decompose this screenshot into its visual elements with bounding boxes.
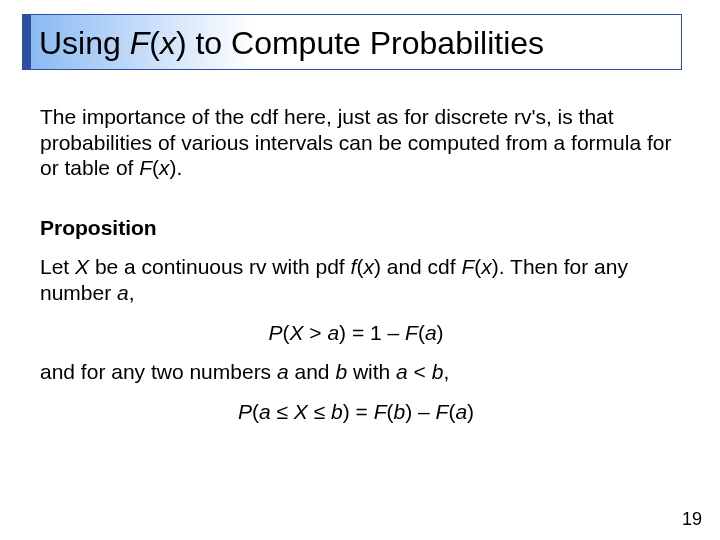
eq2-a2: a: [455, 400, 467, 423]
title-lparen: (: [149, 25, 160, 61]
p2-x1: x: [363, 255, 374, 278]
equation-2: P(a ≤ X ≤ b) = F(b) – F(a): [40, 399, 672, 425]
paragraph-and: and for any two numbers a and b with a <…: [40, 359, 672, 385]
slide-title: Using F(x) to Compute Probabilities: [39, 21, 673, 65]
eq2-b2: b: [394, 400, 406, 423]
eq2-F2: F: [436, 400, 449, 423]
p3-comma: ,: [443, 360, 449, 383]
p1-x: x: [159, 156, 170, 179]
eq2-lp: (: [252, 400, 259, 423]
p3-a: and for any two numbers: [40, 360, 277, 383]
p3-c: with: [347, 360, 396, 383]
eq2-rp: ) =: [343, 400, 374, 423]
p1-lp: (: [152, 156, 159, 179]
p2-b: be a continuous rv with pdf: [89, 255, 351, 278]
p1-rp: ).: [170, 156, 183, 179]
p2-comma: ,: [129, 281, 135, 304]
p3-lt: <: [408, 360, 432, 383]
slide-body: The importance of the cdf here, just as …: [40, 104, 672, 438]
title-text-2: to Compute Probabilities: [187, 25, 545, 61]
eq2-rp3: ): [467, 400, 474, 423]
eq2-rp2: ) –: [405, 400, 435, 423]
p1-F: F: [139, 156, 152, 179]
p3-bVar2: b: [432, 360, 444, 383]
eq1-rp: ) = 1 –: [339, 321, 405, 344]
title-box: Using F(x) to Compute Probabilities: [22, 14, 682, 70]
p2-c: and cdf: [381, 255, 462, 278]
eq2-b: b: [331, 400, 343, 423]
eq1-F: F: [405, 321, 418, 344]
p3-aVar2: a: [396, 360, 408, 383]
eq2-lp2: (: [387, 400, 394, 423]
page-number: 19: [682, 509, 702, 530]
eq2-le1: ≤: [271, 400, 294, 423]
p1-text: The importance of the cdf here, just as …: [40, 105, 671, 179]
eq2-P: P: [238, 400, 252, 423]
eq2-a: a: [259, 400, 271, 423]
p2-a: Let: [40, 255, 75, 278]
equation-1: P(X > a) = 1 – F(a): [40, 320, 672, 346]
eq1-a2: a: [425, 321, 437, 344]
title-rparen: ): [176, 25, 187, 61]
eq1-lp2: (: [418, 321, 425, 344]
proposition-heading: Proposition: [40, 215, 672, 241]
slide: Using F(x) to Compute Probabilities The …: [0, 0, 720, 540]
title-F: F: [130, 25, 150, 61]
p2-rp1: ): [374, 255, 381, 278]
p2-x2: x: [481, 255, 492, 278]
eq2-F1: F: [374, 400, 387, 423]
eq2-le2: ≤: [308, 400, 331, 423]
p2-aVar: a: [117, 281, 129, 304]
paragraph-let: Let X be a continuous rv with pdf f(x) a…: [40, 254, 672, 305]
p3-b: and: [289, 360, 336, 383]
p2-X: X: [75, 255, 89, 278]
title-x: x: [160, 25, 176, 61]
eq1-rp2: ): [437, 321, 444, 344]
title-text-1: Using: [39, 25, 130, 61]
p3-bVar: b: [335, 360, 347, 383]
eq1-gt: >: [303, 321, 327, 344]
eq1-X: X: [289, 321, 303, 344]
title-accent-bar: [23, 15, 31, 69]
p3-aVar: a: [277, 360, 289, 383]
paragraph-intro: The importance of the cdf here, just as …: [40, 104, 672, 181]
eq2-X: X: [294, 400, 308, 423]
eq1-a: a: [327, 321, 339, 344]
p2-F: F: [461, 255, 474, 278]
eq1-P: P: [268, 321, 282, 344]
